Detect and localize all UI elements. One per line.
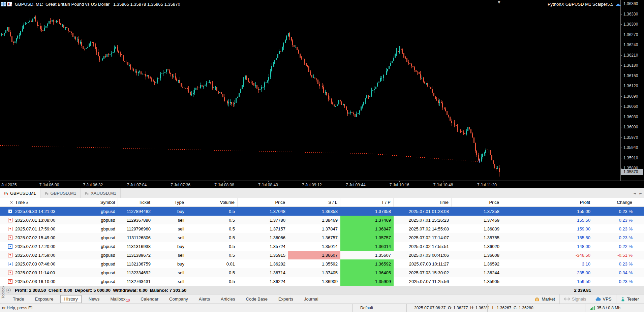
column-header[interactable]: Type (153, 198, 187, 207)
column-header-label: Time (439, 200, 449, 205)
tool-signals[interactable]: Signals (559, 294, 591, 304)
toolbox-tab-mailbox[interactable]: Mailbox10 (106, 295, 133, 303)
scroll-left-icon[interactable]: ◄ (634, 191, 636, 195)
price-tick-mark (621, 96, 622, 97)
sell-deal-icon: ▼ (8, 236, 12, 240)
toolbox-tab-articles[interactable]: Articles (217, 295, 239, 303)
chart-tab[interactable]: XAUUSD,M1 (81, 188, 121, 198)
column-header[interactable]: Change (593, 198, 644, 207)
history-row[interactable]: ▼2025.07.02 17:59:00gbpusd1131389672sell… (0, 251, 644, 259)
candlestick-plot[interactable] (0, 0, 620, 181)
column-header[interactable]: Symbol (74, 198, 118, 207)
statusbar-profile[interactable]: Default (352, 304, 406, 312)
tool-vps[interactable]: VPS (591, 294, 616, 304)
history-summary: + Profit: 2 303.50 Credit: 0.00 Deposit:… (0, 286, 644, 294)
deal-icon-cell: ▲ (0, 259, 14, 268)
close-time-cell: 2025.07.03 15:30:02 (394, 268, 452, 277)
tp-cell: 1.36014 (340, 242, 394, 251)
history-row[interactable]: ▼2025.07.01 17:59:00gbpusd1129796960sell… (0, 224, 644, 233)
open-time-cell: 2025.07.03 11:14:00 (14, 268, 74, 277)
ticket-cell: 1127894482 (118, 207, 153, 216)
deal-icon-cell: ▼ (0, 233, 14, 242)
sl-cell: 1.38469 (288, 216, 340, 224)
column-header[interactable]: Profit (502, 198, 593, 207)
sl-cell: 1.36607 (288, 251, 340, 259)
price-tick-label: 1.36030 (623, 115, 638, 119)
sell-deal-icon: ▼ (8, 227, 12, 231)
scroll-right-icon[interactable]: ► (639, 191, 642, 195)
column-header-label: Volume (220, 200, 235, 205)
chart-window-icon[interactable] (7, 2, 12, 7)
close-time-cell: 2025.07.02 14:55:08 (394, 224, 452, 233)
toolbox-tools: MarketSignalsVPSTester (530, 294, 643, 304)
chart-tab-label: GBPUSD,M1 (51, 191, 76, 196)
toolbox-tab-journal[interactable]: Journal (300, 295, 322, 303)
price-tick-mark (621, 35, 622, 35)
toolbox-tab-trade[interactable]: Trade (9, 295, 28, 303)
chart-mini-icon (4, 191, 8, 195)
close-time-cell: 2025.07.01 15:26:23 (394, 216, 452, 224)
time-tick-mark (93, 181, 93, 182)
chart-tab[interactable]: GBPUSD,M1 (40, 188, 81, 198)
statusbar-spacer (487, 304, 585, 312)
price-tick-mark (621, 106, 622, 107)
column-header-label: Price (489, 200, 499, 205)
history-row[interactable]: ▼2025.07.03 11:14:00gbpusd1132334692sell… (0, 268, 644, 277)
column-header[interactable]: Price (238, 198, 288, 207)
history-row[interactable]: ▼2025.07.02 15:49:00gbpusd1131126806sell… (0, 233, 644, 242)
ticket-cell: 1129367880 (118, 216, 153, 224)
toolbox-tab-code-base[interactable]: Code Base (242, 295, 271, 303)
chart-tab[interactable]: GBPUSD,M1 (0, 188, 40, 198)
time-tick-label: 7 Jul 10:48 (433, 183, 453, 187)
toolbox-tab-company[interactable]: Company (165, 295, 192, 303)
change-cell: 0.23 % (593, 277, 644, 286)
mailbox-badge: 10 (126, 299, 130, 302)
history-row[interactable]: ▲2025.06.30 14:21:03gbpusd1127894482buy0… (0, 207, 644, 216)
history-row[interactable]: ▲2025.07.02 17:20:00gbpusd1131316938buy0… (0, 242, 644, 251)
symbol-list-icon[interactable] (1, 2, 6, 7)
buy-deal-icon: ▲ (8, 262, 12, 266)
price-tick-mark (621, 55, 622, 56)
close-time-cell: 2025.07.02 17:55:51 (394, 242, 452, 251)
toolbox-tab-experts[interactable]: Experts (275, 295, 297, 303)
tool-label: Signals (572, 297, 586, 302)
toolbox-tab-exposure[interactable]: Exposure (31, 295, 57, 303)
column-header[interactable]: Volume (187, 198, 238, 207)
column-header[interactable]: S / L (288, 198, 340, 207)
column-header[interactable]: Time (394, 198, 452, 207)
connection-bars-icon (589, 306, 595, 310)
time-tick-mark (181, 181, 181, 182)
close-price-cell: 1.36592 (452, 259, 502, 268)
close-toolbox-icon[interactable]: ✕ (9, 200, 14, 205)
open-price-cell: 1.37048 (238, 207, 288, 216)
toolbox-tab-alerts[interactable]: Alerts (195, 295, 214, 303)
time-tick-label: 7 Jul 08:40 (258, 183, 278, 187)
toolbox-tab-history[interactable]: History (60, 295, 81, 303)
symbol-cell: gbpusd (74, 242, 118, 251)
sl-cell: 1.36358 (288, 207, 340, 216)
column-header[interactable]: T / P (340, 198, 394, 207)
symbol-cell: gbpusd (74, 277, 118, 286)
open-time-cell: 2025.07.03 07:46:00 (14, 259, 74, 268)
close-price-cell: 1.37358 (452, 207, 502, 216)
column-header[interactable]: Ticket (118, 198, 153, 207)
column-header[interactable]: Price (452, 198, 502, 207)
toolbox-tab-news[interactable]: News (85, 295, 103, 303)
time-axis[interactable]: Jul 20257 Jul 06:007 Jul 06:327 Jul 07:0… (0, 181, 644, 188)
toolbox-tab-label: Experts (278, 297, 293, 302)
ea-label[interactable]: PythonX GBPUSD M1 Scalper5.5 (548, 2, 621, 7)
price-axis[interactable]: 1.363601.363301.363001.362701.362401.362… (620, 0, 644, 181)
tool-tester[interactable]: Tester (616, 294, 643, 304)
tool-market[interactable]: Market (530, 294, 559, 304)
open-time-cell: 2025.06.30 14:21:03 (14, 207, 74, 216)
history-row[interactable]: ▼2025.07.01 13:08:00gbpusd1129367880sell… (0, 216, 644, 224)
history-row[interactable]: ▼2025.07.03 16:10:00gbpusd1132763431sell… (0, 277, 644, 286)
column-header[interactable]: Time▲ (14, 198, 74, 207)
toolbox-tab-calendar[interactable]: Calendar (137, 295, 162, 303)
change-cell: 0.23 % (593, 224, 644, 233)
price-tick-mark (621, 148, 622, 148)
price-tick-mark (621, 117, 622, 117)
history-row[interactable]: ▲2025.07.03 07:46:00gbpusd1132136759buy0… (0, 259, 644, 268)
column-header-label: Ticket (139, 200, 150, 205)
time-tick-mark (49, 181, 50, 182)
